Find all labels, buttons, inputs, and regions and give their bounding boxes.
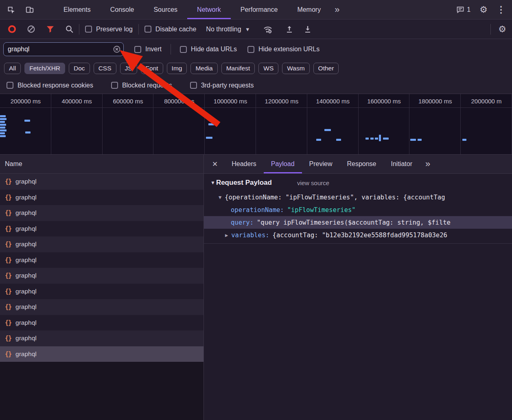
network-filter-row: Invert Hide data URLs Hide extension URL…: [0, 39, 512, 59]
request-row[interactable]: {}graphql: [0, 205, 203, 221]
throttling-select[interactable]: No throttling ▾: [206, 26, 249, 33]
hide-extension-urls-checkbox[interactable]: Hide extension URLs: [247, 46, 319, 53]
tab-console[interactable]: Console: [101, 0, 144, 19]
chip-all[interactable]: All: [4, 63, 21, 74]
filter-input[interactable]: [3, 42, 124, 56]
chip-ws[interactable]: WS: [258, 63, 278, 74]
waterfall-overview[interactable]: 200000 ms400000 ms600000 ms800000 ms1000…: [0, 94, 512, 155]
chip-doc[interactable]: Doc: [69, 63, 90, 74]
timeline-request-bar: [0, 132, 5, 134]
checkbox-box[interactable]: [180, 46, 187, 53]
clear-network-log-icon[interactable]: [27, 25, 35, 33]
request-row[interactable]: {}graphql: [0, 330, 203, 346]
settings-gear-icon[interactable]: ⚙: [479, 4, 488, 15]
timeline-bars: [0, 94, 512, 154]
hide-data-urls-label: Hide data URLs: [191, 46, 237, 53]
json-icon: {}: [5, 288, 11, 295]
network-conditions-icon[interactable]: [263, 25, 273, 34]
chip-font[interactable]: Font: [141, 63, 163, 74]
request-payload-title: Request Payload: [216, 179, 272, 187]
collapse-triangle-icon[interactable]: ▼: [210, 180, 215, 186]
request-row[interactable]: {}graphql: [0, 174, 203, 190]
request-name: graphql: [15, 350, 37, 358]
invert-checkbox[interactable]: Invert: [134, 46, 162, 53]
search-icon[interactable]: [65, 25, 74, 33]
chip-img[interactable]: Img: [167, 63, 187, 74]
inspect-element-icon[interactable]: [7, 5, 15, 14]
payload-variables-row[interactable]: ▶ variables: {accountTag: "b12e3b2192ee5…: [210, 229, 512, 241]
payload-key: query:: [231, 219, 254, 226]
tab-network[interactable]: Network: [187, 0, 231, 19]
chip-fetch-xhr[interactable]: Fetch/XHR: [24, 63, 65, 74]
record-network-log-button[interactable]: [8, 25, 16, 33]
export-har-icon[interactable]: [304, 25, 312, 33]
divider: [204, 243, 512, 244]
checkbox-blocked-requests[interactable]: Blocked requests: [111, 82, 172, 89]
timeline-request-bar: [375, 138, 378, 140]
hide-data-urls-checkbox[interactable]: Hide data URLs: [180, 46, 237, 53]
payload-value: {accountTag: "b12e3b2192ee5588fdad995178…: [273, 232, 447, 239]
chip-other[interactable]: Other: [313, 63, 339, 74]
name-column-header[interactable]: Name: [0, 155, 203, 174]
request-name: graphql: [15, 272, 37, 279]
request-row[interactable]: {}graphql: [0, 299, 203, 315]
triangle-down-icon[interactable]: ▼: [219, 195, 221, 200]
json-icon: {}: [5, 209, 11, 217]
tab-sources[interactable]: Sources: [144, 0, 187, 19]
payload-summary-row[interactable]: ▼ {operationName: "ipFlowTimeseries", va…: [210, 191, 512, 203]
type-filter-chips: AllFetch/XHRDocCSSJSFontImgMediaManifest…: [0, 59, 512, 77]
request-row[interactable]: {}graphql: [0, 315, 203, 331]
request-row[interactable]: {}graphql: [0, 346, 203, 362]
console-messages-button[interactable]: 1: [456, 6, 470, 14]
detail-tab-headers[interactable]: Headers: [224, 155, 263, 173]
disable-cache-checkbox[interactable]: Disable cache: [144, 26, 197, 33]
timeline-request-bar: [0, 124, 6, 126]
detail-tab-initiator[interactable]: Initiator: [384, 155, 420, 173]
tab-elements[interactable]: Elements: [54, 0, 101, 19]
more-detail-tabs-icon[interactable]: »: [421, 155, 434, 173]
tab-performance[interactable]: Performance: [231, 0, 288, 19]
chip-css[interactable]: CSS: [94, 63, 116, 74]
timeline-request-bar: [0, 115, 6, 117]
request-row[interactable]: {}graphql: [0, 284, 203, 300]
payload-query-row[interactable]: query: "query ipFlowTimeseries($accountT…: [204, 216, 512, 229]
device-toolbar-icon[interactable]: [25, 5, 34, 14]
checkbox-box[interactable]: [7, 82, 13, 89]
payload-operation-row[interactable]: operationName: "ipFlowTimeseries": [210, 203, 512, 216]
clear-filter-icon[interactable]: [113, 46, 120, 55]
checkbox-box[interactable]: [134, 46, 141, 53]
filter-icon[interactable]: [46, 25, 55, 33]
more-tabs-icon[interactable]: »: [330, 0, 344, 19]
checkbox-blocked-response-cookies[interactable]: Blocked response cookies: [7, 82, 93, 89]
payload-value: "ipFlowTimeseries": [287, 206, 356, 214]
chip-wasm[interactable]: Wasm: [282, 63, 309, 74]
checkbox-box[interactable]: [190, 82, 197, 89]
request-row[interactable]: {}graphql: [0, 268, 203, 284]
detail-tab-preview[interactable]: Preview: [302, 155, 340, 173]
checkbox-box[interactable]: [144, 26, 151, 33]
message-bubble-icon: [456, 6, 464, 14]
chip-manifest[interactable]: Manifest: [221, 63, 255, 74]
chip-media[interactable]: Media: [190, 63, 217, 74]
checkbox-3rd-party-requests[interactable]: 3rd-party requests: [190, 82, 254, 89]
tab-memory[interactable]: Memory: [287, 0, 330, 19]
kebab-menu-icon[interactable]: ⋮: [497, 4, 505, 15]
close-icon[interactable]: ✕: [204, 155, 224, 173]
request-row[interactable]: {}graphql: [0, 221, 203, 237]
detail-tab-response[interactable]: Response: [339, 155, 383, 173]
triangle-right-icon[interactable]: ▶: [225, 232, 228, 238]
network-toolbar: Preserve log Disable cache No throttling…: [0, 20, 512, 39]
detail-tab-payload[interactable]: Payload: [264, 155, 302, 173]
request-row[interactable]: {}graphql: [0, 190, 203, 206]
checkbox-box[interactable]: [111, 82, 118, 89]
request-row[interactable]: {}graphql: [0, 252, 203, 268]
preserve-log-checkbox[interactable]: Preserve log: [85, 26, 133, 33]
import-har-icon[interactable]: [285, 25, 293, 33]
view-source-link[interactable]: view source: [297, 179, 329, 186]
request-row[interactable]: {}graphql: [0, 236, 203, 252]
json-icon: {}: [5, 350, 11, 358]
checkbox-box[interactable]: [247, 46, 254, 53]
checkbox-box[interactable]: [85, 26, 92, 33]
chip-js[interactable]: JS: [120, 63, 137, 74]
network-settings-gear-icon[interactable]: ⚙: [498, 24, 506, 35]
